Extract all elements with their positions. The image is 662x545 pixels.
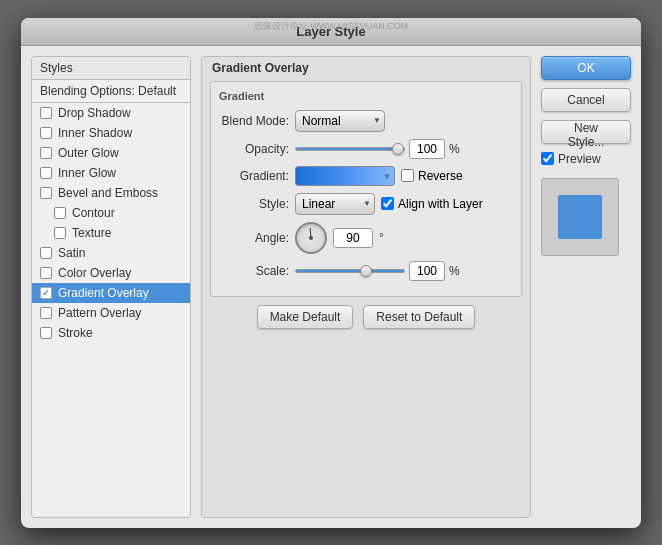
inner-shadow-label: Inner Shadow	[58, 126, 132, 140]
scale-row: Scale: %	[219, 261, 513, 281]
blending-options-item[interactable]: Blending Options: Default	[32, 80, 190, 103]
outer-glow-checkbox[interactable]	[40, 147, 52, 159]
contour-checkbox[interactable]	[54, 207, 66, 219]
bevel-emboss-label: Bevel and Emboss	[58, 186, 158, 200]
angle-row: Angle: °	[219, 222, 513, 254]
cancel-button[interactable]: Cancel	[541, 88, 631, 112]
inner-shadow-checkbox[interactable]	[40, 127, 52, 139]
gradient-overlay-checkbox[interactable]	[40, 287, 52, 299]
contour-label: Contour	[72, 206, 115, 220]
preview-box	[541, 178, 619, 256]
new-style-button[interactable]: New Style...	[541, 120, 631, 144]
angle-needle	[310, 227, 312, 237]
style-select[interactable]: Linear Radial Angle Reflected Diamond	[295, 193, 375, 215]
blend-mode-select-wrapper: Normal Dissolve Multiply Screen Overlay	[295, 110, 385, 132]
reverse-check-label[interactable]: Reverse	[401, 169, 463, 183]
opacity-row: Opacity: %	[219, 139, 513, 159]
subsection-title: Gradient	[219, 90, 513, 102]
main-panel: Gradient Overlay Gradient Blend Mode: No…	[201, 56, 531, 518]
styles-header: Styles	[32, 57, 190, 80]
reset-default-button[interactable]: Reset to Default	[363, 305, 475, 329]
gradient-row: Gradient: Reverse	[219, 166, 513, 186]
angle-unit: °	[379, 231, 384, 245]
bevel-emboss-checkbox[interactable]	[40, 187, 52, 199]
left-panel: Styles Blending Options: Default Drop Sh…	[31, 56, 191, 518]
texture-checkbox[interactable]	[54, 227, 66, 239]
blend-mode-row: Blend Mode: Normal Dissolve Multiply Scr…	[219, 110, 513, 132]
scale-value-input[interactable]	[409, 261, 445, 281]
align-label: Align with Layer	[398, 197, 483, 211]
reverse-label: Reverse	[418, 169, 463, 183]
pattern-overlay-checkbox[interactable]	[40, 307, 52, 319]
sidebar-item-outer-glow[interactable]: Outer Glow	[32, 143, 190, 163]
inner-glow-checkbox[interactable]	[40, 167, 52, 179]
outer-glow-label: Outer Glow	[58, 146, 119, 160]
scale-slider-container: %	[295, 261, 460, 281]
sidebar-item-drop-shadow[interactable]: Drop Shadow	[32, 103, 190, 123]
sidebar-item-contour[interactable]: Contour	[32, 203, 190, 223]
satin-checkbox[interactable]	[40, 247, 52, 259]
blend-mode-label: Blend Mode:	[219, 114, 289, 128]
inner-glow-label: Inner Glow	[58, 166, 116, 180]
angle-dial[interactable]	[295, 222, 327, 254]
angle-label: Angle:	[219, 231, 289, 245]
sidebar-item-pattern-overlay[interactable]: Pattern Overlay	[32, 303, 190, 323]
color-overlay-label: Color Overlay	[58, 266, 131, 280]
opacity-slider[interactable]	[295, 147, 405, 151]
sidebar-item-gradient-overlay[interactable]: Gradient Overlay	[32, 283, 190, 303]
scale-slider[interactable]	[295, 269, 405, 273]
opacity-label: Opacity:	[219, 142, 289, 156]
preview-checkbox[interactable]	[541, 152, 554, 165]
sidebar-item-texture[interactable]: Texture	[32, 223, 190, 243]
make-default-button[interactable]: Make Default	[257, 305, 354, 329]
section-title: Gradient Overlay	[202, 57, 530, 79]
satin-label: Satin	[58, 246, 85, 260]
stroke-label: Stroke	[58, 326, 93, 340]
style-label: Style:	[219, 197, 289, 211]
sidebar-item-stroke[interactable]: Stroke	[32, 323, 190, 343]
gradient-picker[interactable]	[295, 166, 395, 186]
ok-button[interactable]: OK	[541, 56, 631, 80]
style-row: Style: Linear Radial Angle Reflected Dia…	[219, 193, 513, 215]
align-with-layer-label[interactable]: Align with Layer	[381, 197, 483, 211]
sidebar-item-bevel-emboss[interactable]: Bevel and Emboss	[32, 183, 190, 203]
sidebar-item-inner-glow[interactable]: Inner Glow	[32, 163, 190, 183]
title-bar: 思缘设计论坛 WWW.MISSVUAN.COM Layer Style	[21, 18, 641, 46]
stroke-checkbox[interactable]	[40, 327, 52, 339]
scale-unit: %	[449, 264, 460, 278]
layer-style-window: 思缘设计论坛 WWW.MISSVUAN.COM Layer Style Styl…	[21, 18, 641, 528]
angle-value-input[interactable]	[333, 228, 373, 248]
preview-swatch	[558, 195, 602, 239]
style-select-wrapper: Linear Radial Angle Reflected Diamond	[295, 193, 375, 215]
right-panel: OK Cancel New Style... Preview	[541, 56, 631, 518]
pattern-overlay-label: Pattern Overlay	[58, 306, 141, 320]
blend-mode-select[interactable]: Normal Dissolve Multiply Screen Overlay	[295, 110, 385, 132]
sidebar-item-satin[interactable]: Satin	[32, 243, 190, 263]
preview-text: Preview	[558, 152, 601, 166]
sidebar-item-color-overlay[interactable]: Color Overlay	[32, 263, 190, 283]
opacity-unit: %	[449, 142, 460, 156]
preview-label[interactable]: Preview	[541, 152, 631, 166]
align-with-layer-checkbox[interactable]	[381, 197, 394, 210]
gradient-overlay-label: Gradient Overlay	[58, 286, 149, 300]
opacity-value-input[interactable]	[409, 139, 445, 159]
scale-label: Scale:	[219, 264, 289, 278]
drop-shadow-label: Drop Shadow	[58, 106, 131, 120]
window-body: Styles Blending Options: Default Drop Sh…	[21, 46, 641, 528]
watermark: 思缘设计论坛 WWW.MISSVUAN.COM	[254, 20, 409, 33]
reverse-checkbox[interactable]	[401, 169, 414, 182]
sidebar-item-inner-shadow[interactable]: Inner Shadow	[32, 123, 190, 143]
gradient-label: Gradient:	[219, 169, 289, 183]
gradient-overlay-section: Gradient Overlay Gradient Blend Mode: No…	[201, 56, 531, 518]
bottom-buttons-row: Make Default Reset to Default	[202, 305, 530, 329]
gradient-subsection: Gradient Blend Mode: Normal Dissolve Mul…	[210, 81, 522, 297]
color-overlay-checkbox[interactable]	[40, 267, 52, 279]
texture-label: Texture	[72, 226, 111, 240]
opacity-slider-container: %	[295, 139, 460, 159]
drop-shadow-checkbox[interactable]	[40, 107, 52, 119]
